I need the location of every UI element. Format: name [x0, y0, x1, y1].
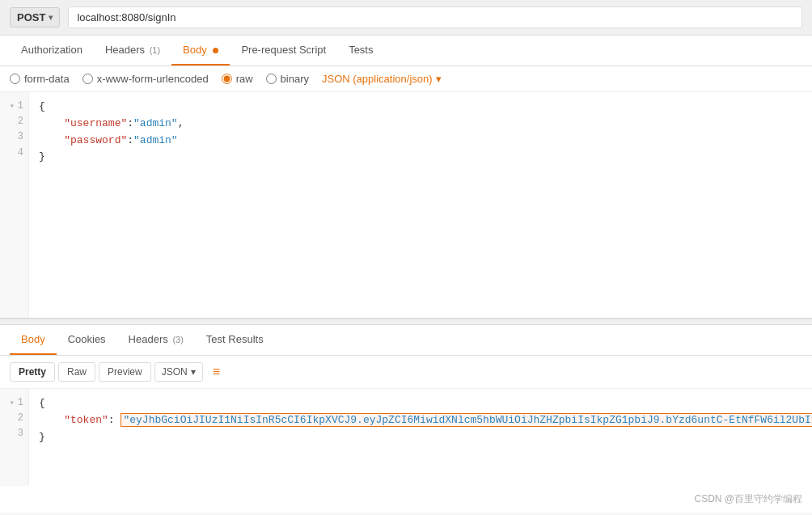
- request-editor: ▾1 2 3 4 { "username":"admin", "password…: [0, 92, 812, 319]
- urlencoded-option[interactable]: x-www-form-urlencoded: [82, 73, 209, 85]
- section-divider: [0, 319, 812, 325]
- url-input[interactable]: [68, 6, 802, 28]
- tab-headers[interactable]: Headers (1): [94, 36, 171, 65]
- pretty-button[interactable]: Pretty: [10, 362, 55, 382]
- response-tabs: Body Cookies Headers (3) Test Results: [0, 325, 812, 356]
- form-data-option[interactable]: form-data: [10, 73, 70, 85]
- raw-option[interactable]: raw: [222, 73, 253, 85]
- request-tabs: Authorization Headers (1) Body Pre-reque…: [0, 36, 812, 66]
- tab-authorization[interactable]: Authorization: [10, 36, 94, 65]
- tab-prerequest[interactable]: Pre-request Script: [230, 36, 337, 65]
- json-format-selector[interactable]: JSON ▾: [154, 362, 203, 382]
- response-code[interactable]: { "token": "eyJhbGciOiJIUzI1NiIsInR5cCI6…: [29, 389, 812, 486]
- binary-option[interactable]: binary: [266, 73, 309, 85]
- json-format-chevron-icon: ▾: [191, 366, 196, 378]
- response-tab-headers[interactable]: Headers (3): [117, 325, 195, 355]
- response-editor: ▾1 2 3 { "token": "eyJhbGciOiJIUzI1NiIsI…: [0, 389, 812, 486]
- format-icon[interactable]: ≡: [213, 365, 220, 379]
- method-chevron-icon: ▾: [49, 13, 53, 22]
- preview-button[interactable]: Preview: [99, 362, 151, 382]
- body-type-bar: form-data x-www-form-urlencoded raw bina…: [0, 66, 812, 92]
- method-label: POST: [17, 11, 45, 23]
- json-type-selector[interactable]: JSON (application/json) ▾: [322, 73, 442, 85]
- request-code[interactable]: { "username":"admin", "password":"admin"…: [29, 92, 193, 318]
- response-tab-testresults[interactable]: Test Results: [195, 325, 275, 355]
- json-chevron-icon: ▾: [436, 73, 442, 85]
- body-dot: [213, 48, 218, 53]
- response-line-numbers: ▾1 2 3: [0, 389, 29, 486]
- tab-tests[interactable]: Tests: [337, 36, 384, 65]
- response-tab-cookies[interactable]: Cookies: [57, 325, 117, 355]
- raw-button[interactable]: Raw: [58, 362, 95, 382]
- response-format-bar: Pretty Raw Preview JSON ▾ ≡: [0, 356, 812, 389]
- request-bar: POST ▾: [0, 0, 812, 36]
- response-tab-body[interactable]: Body: [10, 325, 57, 355]
- watermark: CSDN @百里守约学编程: [0, 486, 812, 513]
- tab-body[interactable]: Body: [171, 36, 230, 65]
- method-selector[interactable]: POST ▾: [10, 7, 60, 27]
- request-line-numbers: ▾1 2 3 4: [0, 92, 29, 318]
